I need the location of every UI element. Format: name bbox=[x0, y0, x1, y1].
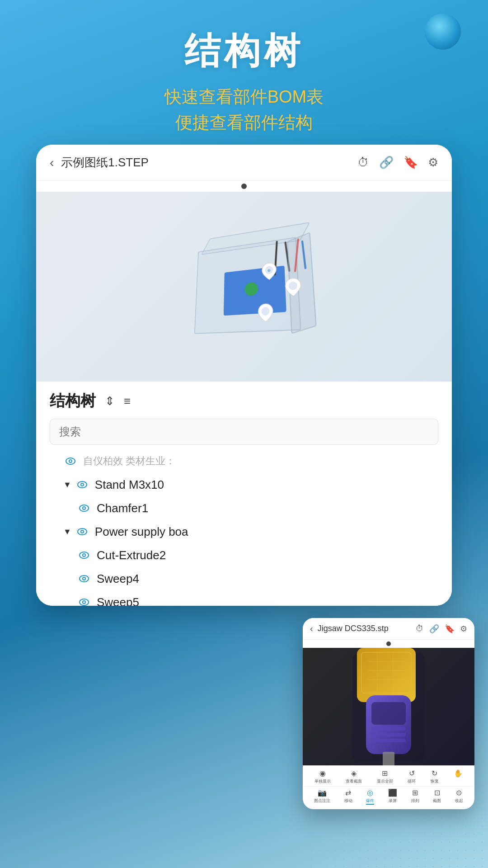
tree-item-label-5: Sweep4 bbox=[97, 572, 139, 586]
explode-icon: ◎ bbox=[367, 788, 373, 797]
subtitle-line2: 便捷查看部件结构 bbox=[175, 113, 313, 132]
svg-rect-46 bbox=[371, 702, 406, 725]
toolbar-all[interactable]: ⊞ 显示全部 bbox=[377, 769, 393, 784]
toolbar-more[interactable]: ⊙ 收起 bbox=[455, 788, 463, 805]
floating-bookmark-icon[interactable]: 🔖 bbox=[445, 624, 455, 634]
toolbar-section[interactable]: ◈ 查看截面 bbox=[346, 769, 362, 784]
section-label: 查看截面 bbox=[346, 778, 362, 784]
annotate-icon: 📷 bbox=[318, 788, 327, 797]
floating-toolbar-top: ◉ 单独显示 ◈ 查看截面 ⊞ 显示全部 ↺ 循环 ↻ 恢复 ✋ bbox=[303, 765, 474, 786]
svg-point-24 bbox=[83, 601, 85, 603]
bookmark-icon[interactable]: 🔖 bbox=[404, 156, 418, 170]
toolbar-arrange[interactable]: ⊞ 排列 bbox=[411, 788, 419, 805]
tree-parent-label-text: 自仪柏效 类材生业： bbox=[83, 454, 175, 468]
crop-icon: ⊡ bbox=[434, 788, 440, 797]
arrow-icon-3: ▼ bbox=[63, 527, 71, 537]
floating-back-button[interactable]: ‹ bbox=[310, 623, 313, 634]
floating-settings-icon[interactable]: ⚙ bbox=[460, 624, 467, 634]
toolbar-move[interactable]: ⇄ 移动 bbox=[344, 788, 352, 805]
toolbar-undo[interactable]: ↺ 循环 bbox=[408, 769, 416, 784]
tree-item-2[interactable]: Chamfer1 bbox=[50, 496, 438, 520]
move-label: 移动 bbox=[344, 798, 352, 804]
eye-icon-5 bbox=[77, 571, 91, 586]
floating-filename: Jigsaw DCS335.stp bbox=[318, 624, 416, 633]
tree-item-label-3: Power supply boa bbox=[95, 525, 188, 539]
floating-topbar: ‹ Jigsaw DCS335.stp ⏱ 🔗 🔖 ⚙ bbox=[303, 618, 474, 640]
box-frame: ⊕ bbox=[182, 222, 318, 348]
floating-history-icon[interactable]: ⏱ bbox=[416, 624, 424, 634]
tree-item-1[interactable]: ▼ Stand M3x10 bbox=[50, 473, 438, 496]
pin-marker-2 bbox=[284, 277, 303, 298]
undo-icon: ↺ bbox=[409, 769, 415, 778]
pin-marker-1: ⊕ bbox=[261, 261, 278, 282]
toolbar-explode[interactable]: ◎ 爆炸 bbox=[366, 788, 374, 805]
eye-icon-6 bbox=[77, 595, 91, 606]
search-input[interactable] bbox=[50, 419, 438, 445]
floating-notch bbox=[386, 642, 391, 646]
svg-point-15 bbox=[81, 531, 83, 533]
eye-icon-3 bbox=[75, 524, 89, 539]
record-icon: ⬛ bbox=[388, 788, 397, 797]
eye-icon-1 bbox=[75, 477, 89, 492]
arrange-icon: ⊞ bbox=[412, 788, 418, 797]
floating-toolbar-bottom: 📷 图点注注 ⇄ 移动 ◎ 爆炸 ⬛ 录屏 ⊞ 排列 ⊡ 截图 ⊙ 收起 bbox=[303, 786, 474, 809]
tree-item-3[interactable]: ▼ Power supply boa bbox=[50, 520, 438, 543]
back-button[interactable]: ‹ bbox=[50, 156, 54, 170]
all-icon: ⊞ bbox=[382, 769, 388, 778]
jigsaw-view[interactable] bbox=[303, 648, 474, 765]
pin-marker-3 bbox=[257, 302, 274, 323]
toolbar-annotate[interactable]: 📷 图点注注 bbox=[314, 788, 330, 805]
tree-item-label-1: Stand M3x10 bbox=[95, 478, 164, 492]
tree-header: 结构树 ⇕ ≡ bbox=[50, 391, 438, 411]
tree-item-5[interactable]: Sweep4 bbox=[50, 567, 438, 590]
floating-share-icon[interactable]: 🔗 bbox=[429, 624, 439, 634]
main-card: ‹ 示例图纸1.STEP ⏱ 🔗 🔖 ⚙ bbox=[36, 145, 452, 606]
share-icon[interactable]: 🔗 bbox=[379, 156, 394, 170]
tree-expand-icon[interactable]: ⇕ bbox=[105, 394, 115, 408]
topbar-icons: ⏱ 🔗 🔖 ⚙ bbox=[357, 156, 438, 170]
arrow-icon-1: ▼ bbox=[63, 480, 71, 490]
move-icon: ⇄ bbox=[345, 788, 351, 797]
tree-item-4[interactable]: Cut-Extrude2 bbox=[50, 543, 438, 567]
tree-item-parent-label[interactable]: 自仪柏效 类材生业： bbox=[50, 449, 438, 473]
annotate-label: 图点注注 bbox=[314, 798, 330, 804]
jigsaw-svg bbox=[334, 648, 443, 765]
history-icon[interactable]: ⏱ bbox=[357, 156, 369, 170]
hand-icon: ✋ bbox=[454, 769, 463, 778]
eye-icon-4 bbox=[77, 548, 91, 562]
3d-view[interactable]: ⊕ bbox=[36, 192, 452, 382]
tree-collapse-icon[interactable]: ≡ bbox=[124, 394, 131, 408]
tree-item-6[interactable]: Sweep5 bbox=[50, 590, 438, 606]
eye-icon-2 bbox=[77, 501, 91, 515]
model-container: ⊕ bbox=[72, 201, 416, 373]
eye-icon-0 bbox=[63, 454, 78, 468]
subtitle-line1: 快速查看部件BOM表 bbox=[164, 87, 324, 106]
jigsaw-model bbox=[303, 648, 474, 765]
explode-label: 爆炸 bbox=[366, 798, 374, 804]
pcb-component bbox=[245, 282, 258, 296]
toolbar-record[interactable]: ⬛ 录屏 bbox=[388, 788, 397, 805]
main-title: 结构树 bbox=[0, 27, 488, 76]
more-label: 收起 bbox=[455, 798, 463, 804]
all-label: 显示全部 bbox=[377, 778, 393, 784]
floating-card: ‹ Jigsaw DCS335.stp ⏱ 🔗 🔖 ⚙ bbox=[303, 618, 474, 809]
toolbar-redo[interactable]: ↻ 恢复 bbox=[431, 769, 439, 784]
svg-rect-49 bbox=[371, 739, 406, 742]
redo-icon: ↻ bbox=[432, 769, 437, 778]
svg-point-6 bbox=[70, 460, 71, 462]
tree-panel: 结构树 ⇕ ≡ 自仪柏效 类材生业： ▼ Stand M3x10 bbox=[36, 382, 452, 606]
arrange-label: 排列 bbox=[411, 798, 419, 804]
redo-label: 恢复 bbox=[431, 778, 439, 784]
toolbar-hand[interactable]: ✋ bbox=[454, 769, 463, 784]
svg-text:⊕: ⊕ bbox=[267, 268, 271, 273]
crop-label: 截图 bbox=[433, 798, 441, 804]
notch-dot bbox=[241, 184, 247, 189]
record-label: 录屏 bbox=[389, 798, 397, 804]
toolbar-crop[interactable]: ⊡ 截图 bbox=[433, 788, 441, 805]
settings-icon[interactable]: ⚙ bbox=[428, 156, 438, 170]
toolbar-highlight[interactable]: ◉ 单独显示 bbox=[314, 769, 331, 784]
header: 结构树 快速查看部件BOM表 便捷查看部件结构 bbox=[0, 27, 488, 136]
svg-rect-38 bbox=[357, 648, 416, 702]
tree-item-label-4: Cut-Extrude2 bbox=[97, 548, 166, 562]
svg-point-21 bbox=[83, 578, 85, 580]
